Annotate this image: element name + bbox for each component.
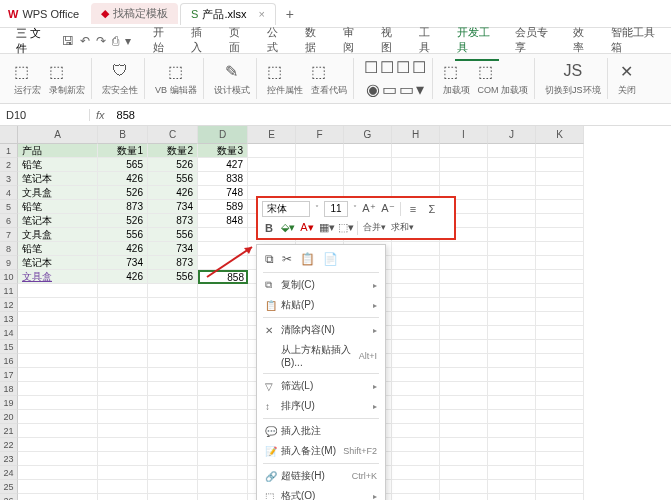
cell[interactable] bbox=[18, 354, 98, 368]
cell[interactable]: 426 bbox=[98, 270, 148, 284]
cell[interactable] bbox=[392, 396, 440, 410]
cell[interactable] bbox=[198, 242, 248, 256]
cell[interactable]: 589 bbox=[198, 200, 248, 214]
font-decrease-button[interactable]: A⁻ bbox=[381, 202, 395, 215]
cell[interactable] bbox=[148, 382, 198, 396]
cell[interactable] bbox=[18, 466, 98, 480]
row-header[interactable]: 17 bbox=[0, 368, 18, 382]
cell[interactable] bbox=[198, 326, 248, 340]
cell[interactable] bbox=[488, 256, 536, 270]
cell[interactable] bbox=[440, 410, 488, 424]
tab-formula[interactable]: 公式 bbox=[265, 21, 289, 61]
border-button[interactable]: ▦▾ bbox=[319, 221, 333, 234]
cell[interactable] bbox=[536, 270, 584, 284]
cell[interactable] bbox=[536, 186, 584, 200]
qat-redo-icon[interactable]: ↷ bbox=[96, 34, 106, 48]
cell[interactable] bbox=[98, 298, 148, 312]
cell[interactable] bbox=[536, 284, 584, 298]
cell[interactable]: 873 bbox=[148, 256, 198, 270]
tab-insert[interactable]: 插入 bbox=[189, 21, 213, 61]
cell[interactable] bbox=[18, 396, 98, 410]
col-header[interactable]: F bbox=[296, 126, 344, 144]
col-header[interactable]: G bbox=[344, 126, 392, 144]
row-header[interactable]: 7 bbox=[0, 228, 18, 242]
row-header[interactable]: 23 bbox=[0, 452, 18, 466]
cell[interactable] bbox=[98, 424, 148, 438]
cell[interactable] bbox=[440, 382, 488, 396]
cell[interactable] bbox=[18, 452, 98, 466]
cell[interactable] bbox=[440, 298, 488, 312]
font-increase-button[interactable]: A⁺ bbox=[362, 202, 376, 215]
cell[interactable]: 556 bbox=[148, 172, 198, 186]
cell[interactable] bbox=[198, 424, 248, 438]
cell[interactable] bbox=[488, 466, 536, 480]
cell[interactable]: 734 bbox=[148, 242, 198, 256]
merge-button[interactable]: 合并▾ bbox=[363, 221, 386, 234]
tab-view[interactable]: 视图 bbox=[379, 21, 403, 61]
cell[interactable]: 铅笔 bbox=[18, 242, 98, 256]
cell[interactable] bbox=[344, 172, 392, 186]
cell[interactable] bbox=[98, 494, 148, 500]
cell[interactable] bbox=[18, 480, 98, 494]
cell[interactable] bbox=[148, 410, 198, 424]
row-header[interactable]: 16 bbox=[0, 354, 18, 368]
cell[interactable] bbox=[488, 158, 536, 172]
cell[interactable] bbox=[18, 340, 98, 354]
cell[interactable] bbox=[198, 368, 248, 382]
cell[interactable] bbox=[440, 396, 488, 410]
cell[interactable] bbox=[148, 284, 198, 298]
insert-ctrl-1-icon[interactable]: ☐ bbox=[364, 57, 378, 79]
tab-developer[interactable]: 开发工具 bbox=[455, 21, 499, 61]
cell[interactable] bbox=[392, 270, 440, 284]
cell[interactable] bbox=[536, 144, 584, 158]
cell[interactable] bbox=[148, 368, 198, 382]
insert-ctrl-4-icon[interactable]: ☐ bbox=[412, 57, 426, 79]
cell[interactable] bbox=[440, 452, 488, 466]
cell[interactable]: 笔记本 bbox=[18, 172, 98, 186]
cell[interactable] bbox=[392, 298, 440, 312]
cell[interactable] bbox=[98, 312, 148, 326]
cell[interactable] bbox=[148, 452, 198, 466]
ctx-paste-icon[interactable]: 📋 bbox=[300, 252, 315, 266]
cell[interactable]: 848 bbox=[198, 214, 248, 228]
cell[interactable] bbox=[440, 368, 488, 382]
cell[interactable]: 426 bbox=[148, 186, 198, 200]
ctx-paste[interactable]: 📋粘贴(P)▸ bbox=[257, 295, 385, 315]
col-header[interactable]: K bbox=[536, 126, 584, 144]
cell[interactable] bbox=[98, 480, 148, 494]
align-icon[interactable]: ≡ bbox=[406, 203, 420, 215]
cell[interactable] bbox=[148, 424, 198, 438]
file-menu[interactable]: 三 文件 bbox=[8, 24, 58, 58]
ctx-insert-copied[interactable]: 从上方粘贴插入(B)...Alt+I bbox=[257, 340, 385, 371]
cell[interactable] bbox=[98, 284, 148, 298]
cell[interactable]: 873 bbox=[98, 200, 148, 214]
cell[interactable] bbox=[440, 256, 488, 270]
cell[interactable] bbox=[536, 340, 584, 354]
cell[interactable] bbox=[392, 424, 440, 438]
cell[interactable] bbox=[488, 480, 536, 494]
row-header[interactable]: 18 bbox=[0, 382, 18, 396]
cell[interactable] bbox=[392, 438, 440, 452]
cell[interactable] bbox=[488, 186, 536, 200]
font-color-button[interactable]: A▾ bbox=[300, 221, 314, 234]
cell[interactable] bbox=[18, 368, 98, 382]
cell[interactable]: 文具盒 bbox=[18, 228, 98, 242]
cell[interactable]: 426 bbox=[98, 172, 148, 186]
ctx-paste-special-icon[interactable]: 📄 bbox=[323, 252, 338, 266]
cell[interactable] bbox=[296, 144, 344, 158]
cell[interactable] bbox=[248, 172, 296, 186]
cell[interactable] bbox=[18, 326, 98, 340]
cell[interactable] bbox=[198, 410, 248, 424]
cell[interactable]: 笔记本 bbox=[18, 256, 98, 270]
row-header[interactable]: 8 bbox=[0, 242, 18, 256]
cell[interactable] bbox=[18, 438, 98, 452]
cell[interactable] bbox=[440, 466, 488, 480]
insert-ctrl-3-icon[interactable]: ☐ bbox=[396, 57, 410, 79]
cell[interactable] bbox=[148, 396, 198, 410]
row-header[interactable]: 12 bbox=[0, 298, 18, 312]
cell[interactable] bbox=[536, 256, 584, 270]
cell[interactable] bbox=[536, 452, 584, 466]
cell[interactable] bbox=[488, 284, 536, 298]
cell[interactable]: 526 bbox=[98, 214, 148, 228]
row-header[interactable]: 10 bbox=[0, 270, 18, 284]
